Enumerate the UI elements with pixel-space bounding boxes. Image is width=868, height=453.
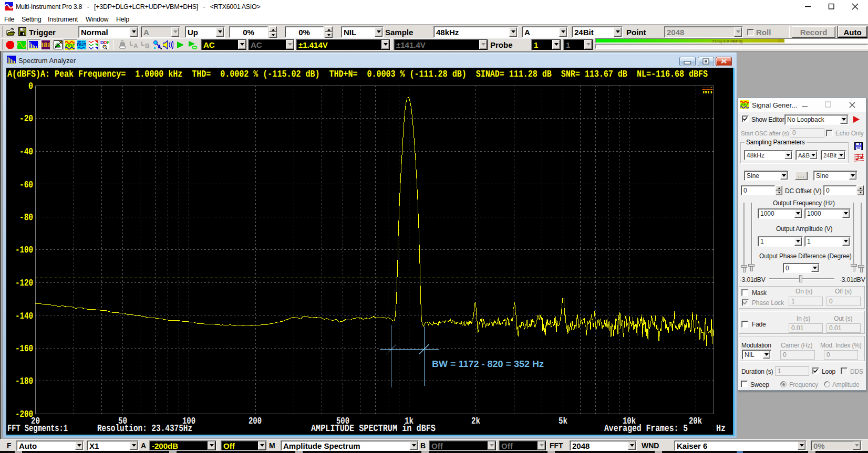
svg-text:Averaged Frames: 5: Averaged Frames: 5 <box>604 424 688 434</box>
svg-text:B: B <box>145 43 150 49</box>
svg-text:-20: -20 <box>19 114 33 124</box>
svg-text:200: 200 <box>249 416 262 427</box>
svg-text:Hz: Hz <box>716 424 726 434</box>
svg-text:-140: -140 <box>15 311 33 322</box>
svg-text:2k: 2k <box>471 416 480 427</box>
svg-text:-40: -40 <box>19 147 33 157</box>
svg-text:-60: -60 <box>19 180 33 191</box>
svg-text:Mi: Mi <box>702 87 712 96</box>
svg-text:BW = 1172 - 820 = 352 Hz: BW = 1172 - 820 = 352 Hz <box>432 359 544 369</box>
svg-text:DUT: DUT <box>77 42 86 47</box>
svg-text:-180: -180 <box>15 376 33 387</box>
svg-text:-160: -160 <box>15 344 33 354</box>
svg-text:A(dBFS)A: Peak Frequency= 1.0: A(dBFS)A: Peak Frequency= 1.0000 kHz THD… <box>7 69 708 80</box>
svg-text:AMPLITUDE SPECTRUM in dBFS: AMPLITUDE SPECTRUM in dBFS <box>311 424 436 434</box>
svg-text:Resolution: 23.4375Hz: Resolution: 23.4375Hz <box>97 424 192 434</box>
svg-text:-120: -120 <box>15 278 33 289</box>
svg-text:20k: 20k <box>689 416 702 427</box>
svg-text:-100: -100 <box>15 245 33 256</box>
svg-text:888: 888 <box>42 41 50 49</box>
svg-text:P: P <box>107 40 109 45</box>
svg-text:A: A <box>133 43 138 49</box>
svg-text:-200: -200 <box>15 409 33 420</box>
svg-text:-80: -80 <box>19 213 33 223</box>
svg-text:0: 0 <box>28 81 33 92</box>
svg-text:5k: 5k <box>559 416 567 427</box>
svg-text:FFT Segments:1: FFT Segments:1 <box>7 424 68 434</box>
